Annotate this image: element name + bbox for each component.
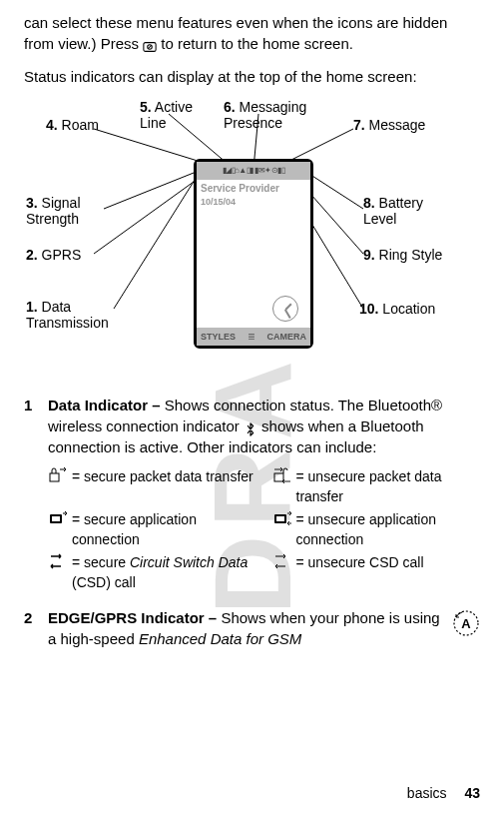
svg-rect-13 <box>50 473 59 481</box>
callout-messaging-presence: 6. Messaging Presence <box>224 99 313 131</box>
callout-location: 10. Location <box>359 301 435 317</box>
svg-rect-18 <box>276 516 284 521</box>
svg-line-9 <box>114 169 202 309</box>
indicator-unsecure-app: = unsecure application connection <box>272 510 481 549</box>
phone-provider-text: Service Provider <box>197 180 310 196</box>
callout-data-transmission: 1. Data Transmission <box>26 299 136 331</box>
intro-text-1b: to return to the home screen. <box>161 35 353 52</box>
status-indicator-diagram: 4. Roam 5. Active Line 6. Messaging Pres… <box>24 99 483 379</box>
softkey-menu-icon: ≡ <box>248 329 254 346</box>
indicator-secure-packet: = secure packet data transfer <box>48 467 256 506</box>
page-footer: basics 43 <box>407 784 480 804</box>
softkey-right: CAMERA <box>267 331 307 344</box>
indicator-table: = secure packet data transfer = unsecure… <box>48 467 480 593</box>
svg-text:A: A <box>461 616 471 631</box>
list-item-2: 2 EDGE/GPRS Indicator – Shows when your … <box>24 607 444 649</box>
item2-number: 2 <box>24 607 48 649</box>
phone-illustration: ▮◢▯⌂▲▯▮ ▮✉✦⊙▮▯ Service Provider 10/15/04… <box>194 159 313 349</box>
item2-title: EDGE/GPRS Indicator – <box>48 609 221 626</box>
secure-packet-icon <box>48 467 68 483</box>
intro-paragraph-1: can select these menu features even when… <box>24 12 480 54</box>
callout-active-line: 5. Active Line <box>140 99 200 131</box>
secure-app-icon <box>48 510 68 526</box>
softkey-left: STYLES <box>201 331 236 344</box>
svg-rect-16 <box>52 516 60 521</box>
indicator-secure-csd: = secure Circuit Switch Data (CSD) call <box>48 553 256 592</box>
unsecure-csd-icon <box>272 553 292 569</box>
footer-section: basics <box>407 785 447 801</box>
bluetooth-icon <box>244 420 257 434</box>
list-item-1: 1 Data Indicator – Shows connection stat… <box>24 395 480 457</box>
callout-signal-strength: 3. Signal Strength <box>26 195 106 227</box>
indicator-unsecure-csd: = unsecure CSD call <box>272 553 481 592</box>
callout-gprs: 2. GPRS <box>26 247 81 263</box>
phone-status-bar: ▮◢▯⌂▲▯▮ ▮✉✦⊙▮▯ <box>197 162 310 180</box>
end-key-icon <box>143 38 157 52</box>
callout-message: 7. Message <box>353 117 425 133</box>
phone-date-text: 10/15/04 <box>197 196 310 209</box>
phone-softkey-bar: STYLES ≡ CAMERA <box>197 328 310 346</box>
item1-number: 1 <box>24 395 48 457</box>
item2-body-italic: Enhanced Data for GSM <box>139 630 301 647</box>
callout-roam: 4. Roam <box>46 117 99 133</box>
svg-line-7 <box>104 169 204 209</box>
secure-csd-icon <box>48 553 68 569</box>
indicator-unsecure-packet: = unsecure packet data transfer <box>272 467 481 506</box>
footer-page-number: 43 <box>464 785 480 801</box>
callout-battery-level: 8. Battery Level <box>363 195 443 227</box>
svg-line-2 <box>148 45 152 49</box>
unsecure-packet-icon <box>272 467 292 483</box>
item1-title: Data Indicator – <box>48 397 165 413</box>
unsecure-app-icon <box>272 510 292 526</box>
svg-rect-14 <box>274 473 283 481</box>
callout-ring-style: 9. Ring Style <box>363 247 442 263</box>
intro-paragraph-2: Status indicators can display at the top… <box>24 66 480 87</box>
edge-gprs-icon: A <box>452 609 480 637</box>
indicator-secure-app: = secure application connection <box>48 510 256 549</box>
phone-clock-icon <box>272 296 298 322</box>
